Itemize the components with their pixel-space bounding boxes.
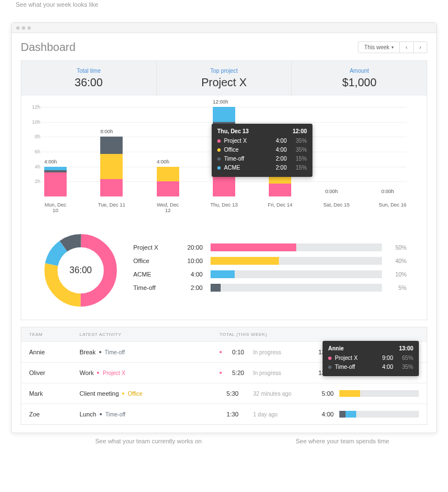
time-range-controls: This week ▾ ‹ › xyxy=(358,41,427,53)
y-tick: 2h xyxy=(35,179,40,184)
member-activity: Client meeting Office xyxy=(80,390,220,397)
x-label: Sat, Dec 15 xyxy=(323,202,351,213)
tooltip-row: Time-off2:0015% xyxy=(217,154,307,163)
member-status: 1 day ago xyxy=(253,411,309,418)
y-tick: 6h xyxy=(35,149,40,154)
project-bar xyxy=(211,257,382,265)
annotation-bottom-left: See what your team currently works on xyxy=(95,438,202,444)
project-row[interactable]: ACME 4:00 10% xyxy=(133,270,407,278)
member-total: 5:00 xyxy=(309,390,334,397)
member-activity: Work Project X xyxy=(80,369,220,376)
tooltip-row: Project X9:0065% xyxy=(328,354,413,363)
prev-button[interactable]: ‹ xyxy=(400,41,413,53)
member-status: In progress xyxy=(253,370,309,376)
project-name: Office xyxy=(133,257,172,264)
y-tick: 10h xyxy=(32,119,40,125)
member-duration: 1:30 xyxy=(220,411,239,418)
project-time: 20:00 xyxy=(180,244,203,251)
member-status: 32 minutes ago xyxy=(253,391,309,397)
bar-total-label: 4:00h xyxy=(44,159,57,165)
project-dot-icon xyxy=(99,351,101,353)
x-label: Fri, Dec 14 xyxy=(266,202,294,213)
tooltip-row: Project X4:0035% xyxy=(217,137,307,146)
project-dot-icon xyxy=(100,413,102,415)
project-time: 4:00 xyxy=(180,271,203,278)
project-pct: 40% xyxy=(390,258,407,264)
project-time: 2:00 xyxy=(180,284,203,291)
project-name: Time-off xyxy=(133,284,172,291)
team-panel: Team Latest Activity Total (this week) A… xyxy=(21,327,427,425)
bar-segment xyxy=(213,107,235,122)
bar-segment xyxy=(100,137,123,154)
bar-total-label: 12:00h xyxy=(213,99,228,105)
chevron-left-icon: ‹ xyxy=(405,44,407,50)
project-name: ACME xyxy=(133,271,172,278)
bar-segment xyxy=(100,179,123,196)
member-duration: 5:30 xyxy=(220,390,239,397)
donut-chart: 36:00 xyxy=(41,231,120,310)
bar-column[interactable]: 4:00h xyxy=(41,167,69,196)
bar-column[interactable]: 4:00h xyxy=(154,167,182,196)
project-dot-icon xyxy=(97,372,99,374)
project-bar xyxy=(211,243,382,251)
project-pct: 5% xyxy=(390,285,407,291)
summary-amount: Amount $1,000 xyxy=(292,61,427,96)
x-label: Thu, Dec 13 xyxy=(210,202,238,213)
y-tick: 12h xyxy=(32,104,40,110)
chevron-down-icon: ▾ xyxy=(391,45,394,50)
tooltip-row: Office4:0035% xyxy=(217,146,307,154)
col-team: Team xyxy=(29,332,80,337)
next-button[interactable]: › xyxy=(414,41,427,53)
bar-segment xyxy=(100,154,123,179)
project-pct: 10% xyxy=(390,271,407,278)
member-bar xyxy=(339,411,419,418)
member-name: Zoe xyxy=(29,411,80,418)
member-activity: Break Time-off xyxy=(80,349,220,355)
project-row[interactable]: Time-off 2:00 5% xyxy=(133,284,407,292)
window-titlebar xyxy=(12,23,436,33)
team-row[interactable]: Zoe Lunch Time-off 1:30 1 day ago 4:00 xyxy=(21,404,427,424)
member-total: 4:00 xyxy=(309,411,334,418)
bar-segment xyxy=(269,184,291,196)
range-dropdown[interactable]: This week ▾ xyxy=(358,41,400,53)
team-tooltip: Annie 13:00 Project X9:0065%Time-off4:00… xyxy=(323,341,419,376)
project-dot-icon xyxy=(122,392,124,395)
summary-total-time: Total time 36:00 xyxy=(21,61,157,96)
app-window: Dashboard This week ▾ ‹ › Total time 36:… xyxy=(11,22,437,433)
page-title: Dashboard xyxy=(21,41,76,54)
bar-total-label: 0:00h xyxy=(381,189,394,194)
team-row[interactable]: Mark Client meeting Office 5:30 32 minut… xyxy=(21,383,427,404)
bar-segment xyxy=(157,181,179,196)
project-pct: 50% xyxy=(390,245,407,251)
project-breakdown: 36:00 Project X 20:00 50% Office 10:00 4… xyxy=(21,221,427,320)
project-bar xyxy=(211,270,382,278)
project-name: Project X xyxy=(133,244,172,251)
traffic-light-icon xyxy=(16,26,20,30)
member-activity: Lunch Time-off xyxy=(80,411,220,418)
x-label: Wed, Dec 12 xyxy=(154,202,182,213)
bar-column[interactable]: 8:00h xyxy=(97,137,125,196)
member-status: In progress xyxy=(253,349,309,355)
project-row[interactable]: Project X 20:00 50% xyxy=(133,243,407,251)
donut-total: 36:00 xyxy=(69,265,92,275)
traffic-light-icon xyxy=(27,26,31,30)
summary-top-project: Top project Project X xyxy=(157,61,292,96)
project-row[interactable]: Office 10:00 40% xyxy=(133,257,407,265)
y-tick: 8h xyxy=(35,134,40,139)
col-total: Total (this week) xyxy=(220,332,419,337)
bar-total-label: 0:00h xyxy=(325,189,338,194)
tooltip-row: Time-off4:0035% xyxy=(328,363,413,372)
col-activity: Latest Activity xyxy=(80,332,220,337)
tooltip-row: ACME2:0015% xyxy=(217,163,307,172)
y-tick: 4h xyxy=(35,164,40,170)
member-name: Annie xyxy=(29,349,80,355)
member-name: Mark xyxy=(29,390,80,397)
member-duration: 0:10 xyxy=(225,349,244,355)
project-bar xyxy=(211,284,382,292)
x-label: Sun, Dec 16 xyxy=(379,202,407,213)
bar-segment xyxy=(157,167,179,182)
annotation-bottom-right: See where your team spends time xyxy=(296,438,389,444)
member-duration: 5:20 xyxy=(225,369,244,376)
member-bar xyxy=(339,390,419,397)
member-name: Oliver xyxy=(29,369,80,376)
